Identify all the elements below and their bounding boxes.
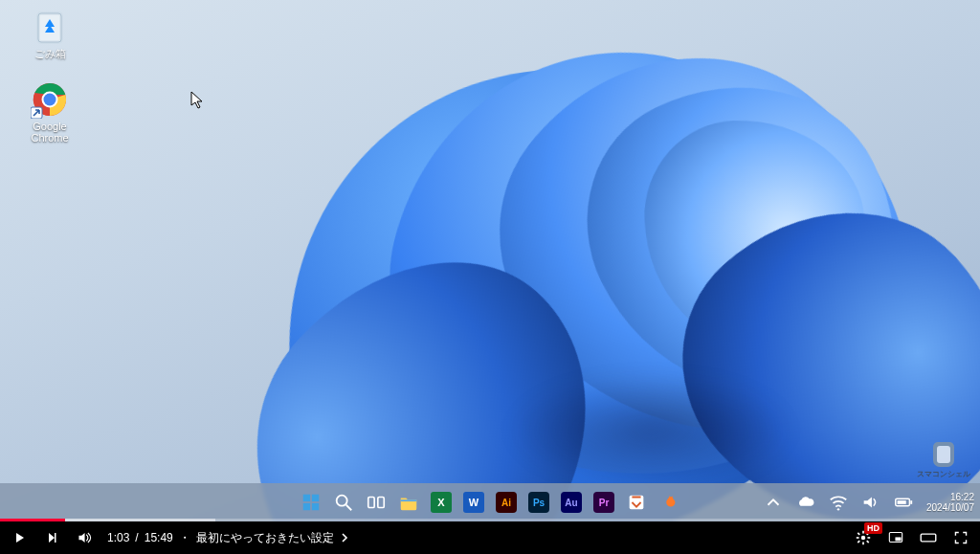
svg-rect-14 [401, 499, 417, 501]
taskbar-item-task-view[interactable] [363, 489, 390, 516]
taskbar-item-search[interactable] [330, 489, 357, 516]
time-and-chapter[interactable]: 1:03 / 15:49 ・ 最初にやっておきたい設定 [107, 530, 349, 546]
task-view-icon [366, 492, 387, 513]
onedrive-icon [795, 492, 816, 513]
channel-watermark[interactable]: スマコンシェル [917, 442, 970, 479]
watermark-text: スマコンシェル [917, 469, 970, 479]
battery-icon [893, 492, 914, 513]
taskbar-item-photoshop[interactable]: Ps [525, 489, 552, 516]
tray-chevron-up[interactable] [760, 489, 787, 516]
duration: 15:49 [145, 531, 173, 544]
audition-icon: Au [561, 492, 582, 513]
svg-line-11 [346, 505, 352, 511]
chevron-up-icon [763, 492, 784, 513]
photoshop-icon: Ps [528, 492, 549, 513]
chevron-right-icon [340, 533, 349, 543]
desktop-icon-google-chrome[interactable]: Google Chrome [17, 80, 82, 144]
start-icon [301, 492, 322, 513]
svg-rect-12 [368, 498, 374, 508]
premiere-icon: Pr [593, 492, 614, 513]
theater-mode-button[interactable] [919, 528, 938, 547]
wifi-icon [828, 492, 849, 513]
chrome-icon [31, 80, 69, 119]
miniplayer-button[interactable] [886, 528, 905, 547]
tray-wifi[interactable] [825, 489, 852, 516]
desktop-icons: ごみ箱 Google Chrome [17, 8, 82, 144]
mute-button[interactable] [75, 528, 94, 547]
taskbar-item-audition[interactable]: Au [558, 489, 585, 516]
fullscreen-button[interactable] [951, 528, 970, 547]
snipping-tool-icon [626, 492, 647, 513]
clock-date: 2024/10/07 [926, 502, 974, 513]
taskbar-item-flame-app[interactable] [656, 489, 682, 516]
clock-time: 16:22 [926, 492, 974, 502]
watermark-icon [933, 442, 954, 467]
tray-battery[interactable] [890, 489, 917, 516]
excel-icon: X [431, 492, 452, 513]
svg-rect-7 [312, 495, 319, 501]
taskbar-item-premiere[interactable]: Pr [590, 489, 617, 516]
svg-point-20 [861, 536, 865, 540]
svg-rect-13 [378, 498, 384, 508]
svg-rect-28 [858, 541, 860, 543]
taskbar-item-illustrator[interactable]: Ai [493, 489, 520, 516]
settings-button[interactable]: HD [854, 528, 873, 547]
recycle-bin-icon [31, 8, 69, 46]
taskbar-center: XWAiPsAuPr [298, 489, 682, 516]
taskbar-system-tray: 16:222024/10/07 [760, 489, 974, 516]
illustrator-icon: Ai [496, 492, 517, 513]
svg-rect-6 [303, 495, 310, 501]
play-button[interactable] [10, 528, 29, 547]
word-icon: W [463, 492, 484, 513]
taskbar-item-snipping-tool[interactable] [623, 489, 650, 516]
svg-point-4 [44, 94, 56, 106]
next-button[interactable] [42, 528, 61, 547]
svg-point-10 [337, 496, 347, 506]
tray-volume[interactable] [858, 489, 884, 516]
taskbar-item-word[interactable]: W [460, 489, 487, 516]
svg-rect-22 [862, 542, 864, 544]
chapter-title: 最初にやっておきたい設定 [196, 530, 334, 546]
mouse-cursor-icon [190, 91, 206, 110]
taskbar-item-file-explorer[interactable] [395, 489, 422, 516]
video-player-controls: 1:03 / 15:49 ・ 最初にやっておきたい設定 HD [0, 521, 980, 554]
svg-rect-8 [303, 503, 310, 510]
desktop-icon-label: Google Chrome [17, 121, 82, 144]
svg-point-16 [837, 508, 839, 510]
current-time: 1:03 [107, 531, 129, 544]
video-content: ごみ箱 Google Chrome [0, 0, 980, 521]
svg-rect-19 [898, 500, 906, 504]
svg-rect-24 [867, 537, 870, 539]
svg-rect-30 [895, 537, 901, 541]
file-explorer-icon [398, 492, 419, 513]
svg-rect-18 [910, 500, 912, 504]
windows-taskbar: XWAiPsAuPr 16:222024/10/07 [0, 483, 980, 521]
desktop-icon-label: ごみ箱 [34, 48, 66, 59]
svg-rect-9 [312, 503, 319, 510]
volume-icon [860, 492, 881, 513]
taskbar-item-excel[interactable]: X [428, 489, 455, 516]
taskbar-clock[interactable]: 16:222024/10/07 [926, 492, 974, 513]
taskbar-item-start[interactable] [298, 489, 324, 516]
desktop-icon-recycle-bin[interactable]: ごみ箱 [17, 8, 82, 59]
search-icon [333, 492, 354, 513]
flame-app-icon [658, 492, 679, 513]
tray-onedrive[interactable] [792, 489, 819, 516]
wallpaper-bloom [239, 0, 967, 521]
svg-rect-25 [858, 532, 860, 535]
svg-rect-23 [857, 537, 859, 539]
svg-rect-26 [866, 541, 869, 543]
svg-rect-31 [921, 534, 936, 542]
quality-badge: HD [864, 522, 882, 534]
